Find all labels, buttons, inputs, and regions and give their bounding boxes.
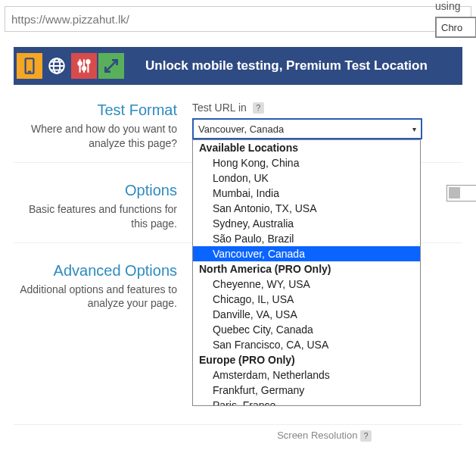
chevron-down-icon: ▾: [412, 125, 416, 133]
location-select-value: Vancouver, Canada: [198, 123, 284, 135]
dropdown-option[interactable]: Cheyenne, WY, USA: [193, 277, 420, 292]
banner-text: Unlock mobile testing, Premium Test Loca…: [145, 58, 428, 73]
dropdown-option[interactable]: London, UK: [193, 170, 420, 186]
advanced-desc: Additional options and features to analy…: [14, 283, 177, 311]
dropdown-option[interactable]: Quebec City, Canada: [193, 322, 420, 337]
svg-point-12: [86, 60, 89, 63]
svg-point-10: [78, 62, 81, 65]
options-title: Options: [14, 182, 177, 199]
sliders-icon: [71, 53, 97, 79]
browser-select[interactable]: Chro: [435, 17, 476, 38]
dropdown-option[interactable]: São Paulo, Brazil: [193, 231, 420, 246]
dropdown-option[interactable]: Vancouver, Canada: [193, 246, 420, 261]
help-icon[interactable]: ?: [253, 102, 264, 114]
color-swatch[interactable]: [446, 185, 476, 202]
dropdown-option[interactable]: Mumbai, India: [193, 186, 420, 201]
footer-label: Screen Resolution: [277, 430, 357, 441]
location-select[interactable]: Vancouver, Canada ▾: [192, 118, 422, 139]
browser-select-value: Chro: [441, 22, 462, 33]
dropdown-group-header: Available Locations: [193, 140, 420, 155]
test-format-title: Test Format: [14, 102, 177, 119]
dropdown-option[interactable]: Paris, France: [193, 398, 420, 406]
dropdown-option[interactable]: San Antonio, TX, USA: [193, 201, 420, 216]
using-label: using: [435, 0, 476, 12]
dropdown-option[interactable]: Frankfurt, Germany: [193, 383, 420, 398]
dropdown-option[interactable]: Sydney, Australia: [193, 216, 420, 231]
advanced-title: Advanced Options: [14, 262, 177, 280]
dropdown-option[interactable]: San Francisco, CA, USA: [193, 337, 420, 352]
dropdown-option[interactable]: Amsterdam, Netherlands: [193, 367, 420, 383]
banner-icons: [17, 53, 124, 79]
dropdown-option[interactable]: Hong Kong, China: [193, 155, 420, 170]
dropdown-group-header: North America (PRO Only): [193, 261, 420, 277]
svg-point-11: [82, 67, 86, 70]
url-input[interactable]: [5, 6, 471, 32]
promo-banner: Unlock mobile testing, Premium Test Loca…: [14, 47, 462, 85]
location-dropdown[interactable]: Available LocationsHong Kong, ChinaLondo…: [192, 139, 421, 406]
options-desc: Basic features and functions for this pa…: [14, 202, 177, 231]
mobile-icon: [17, 53, 42, 79]
expand-icon: [98, 53, 124, 79]
test-format-section: Test Format Where and how do you want to…: [14, 86, 462, 151]
dropdown-option[interactable]: Chicago, IL, USA: [193, 292, 420, 307]
help-icon[interactable]: ?: [360, 430, 372, 442]
globe-icon: [44, 53, 70, 79]
test-format-desc: Where and how do you want to analyze thi…: [14, 122, 177, 151]
test-url-label: Test URL in: [192, 102, 247, 114]
dropdown-option[interactable]: Danville, VA, USA: [193, 307, 420, 322]
dropdown-group-header: Europe (PRO Only): [193, 352, 420, 367]
